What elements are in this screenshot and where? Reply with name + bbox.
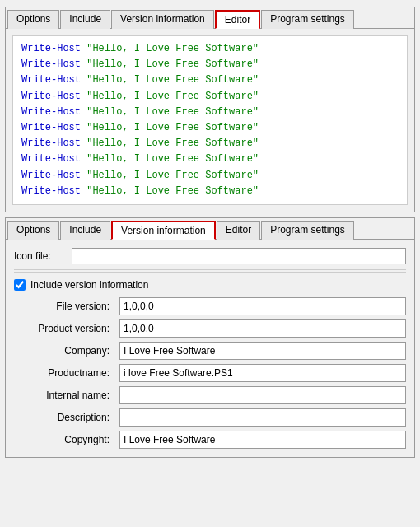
- code-line: Write-Host "Hello, I Love Free Software": [21, 152, 399, 167]
- code-line: Write-Host "Hello, I Love Free Software": [21, 136, 399, 152]
- code-line: Write-Host "Hello, I Love Free Software": [21, 120, 399, 136]
- version-fields-grid: File version: Product version: Company: …: [14, 297, 406, 449]
- description-label: Description:: [22, 408, 113, 427]
- tab-top-editor[interactable]: Editor: [215, 10, 260, 29]
- tab-bottom-options[interactable]: Options: [7, 221, 59, 240]
- top-tab-bar: Options Include Version information Edit…: [6, 7, 414, 29]
- tab-top-options[interactable]: Options: [7, 10, 59, 29]
- icon-file-row: Icon file:: [14, 245, 406, 268]
- productname-input[interactable]: [119, 364, 406, 382]
- code-line: Write-Host "Hello, I Love Free Software": [21, 168, 399, 184]
- company-label: Company:: [22, 342, 113, 360]
- file-version-label: File version:: [22, 297, 113, 315]
- tab-bottom-program-settings[interactable]: Program settings: [261, 221, 354, 240]
- tab-bottom-include[interactable]: Include: [60, 221, 110, 240]
- code-line: Write-Host "Hello, I Love Free Software": [21, 72, 399, 88]
- code-line: Write-Host "Hello, I Love Free Software": [21, 57, 399, 72]
- internal-name-label: Internal name:: [22, 386, 113, 404]
- productname-label: Productname:: [22, 364, 113, 382]
- product-version-input[interactable]: [119, 319, 406, 338]
- tab-top-version[interactable]: Version information: [111, 10, 214, 29]
- bottom-tab-bar: Options Include Version information Edit…: [6, 218, 414, 240]
- include-version-label: Include version information: [30, 279, 148, 291]
- top-panel: Options Include Version information Edit…: [5, 7, 415, 212]
- description-input[interactable]: [119, 408, 406, 427]
- icon-file-label: Icon file:: [14, 250, 72, 262]
- tab-bottom-editor[interactable]: Editor: [217, 221, 260, 240]
- code-line: Write-Host "Hello, I Love Free Software": [21, 105, 399, 120]
- product-version-label: Product version:: [22, 319, 113, 338]
- tab-top-include[interactable]: Include: [60, 10, 110, 29]
- editor-content[interactable]: Write-Host "Hello, I Love Free Software"…: [12, 35, 408, 205]
- tab-top-program-settings[interactable]: Program settings: [261, 10, 354, 29]
- tab-bottom-version[interactable]: Version information: [111, 221, 216, 240]
- separator-1: [14, 269, 406, 270]
- code-line: Write-Host "Hello, I Love Free Software": [21, 89, 399, 105]
- code-line: Write-Host "Hello, I Love Free Software": [21, 184, 399, 199]
- icon-file-input[interactable]: [72, 248, 406, 264]
- copyright-input[interactable]: [119, 431, 406, 449]
- include-version-row: Include version information: [14, 274, 406, 294]
- separator-2: [14, 272, 406, 273]
- company-input[interactable]: [119, 342, 406, 360]
- copyright-label: Copyright:: [22, 431, 113, 449]
- include-version-checkbox[interactable]: [14, 279, 26, 291]
- code-line: Write-Host "Hello, I Love Free Software": [21, 41, 399, 57]
- file-version-input[interactable]: [119, 297, 406, 315]
- internal-name-input[interactable]: [119, 386, 406, 404]
- bottom-panel: Options Include Version information Edit…: [5, 217, 415, 458]
- version-form: Icon file: Include version information F…: [6, 240, 414, 457]
